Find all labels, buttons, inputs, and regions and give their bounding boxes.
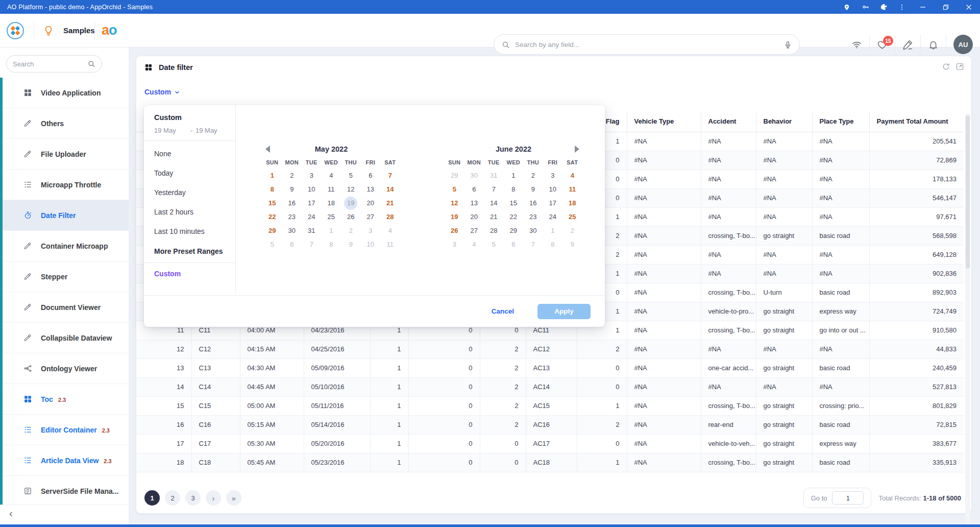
- sidebar-collapse-button[interactable]: ‹: [0, 505, 129, 522]
- calendar-day[interactable]: 8: [322, 237, 341, 251]
- sidebar-item-stepper[interactable]: Stepper: [0, 261, 129, 292]
- calendar-next-icon[interactable]: [575, 146, 579, 153]
- calendar-day[interactable]: 4: [380, 224, 400, 237]
- calendar-day[interactable]: 9: [341, 237, 361, 251]
- sidebar-item-file-uploader[interactable]: File Uploader: [0, 139, 129, 170]
- calendar-day[interactable]: 12: [341, 182, 361, 196]
- window-minimize-button[interactable]: [911, 0, 934, 14]
- calendar-day[interactable]: 11: [562, 182, 582, 196]
- page-button-3[interactable]: 3: [185, 490, 201, 506]
- calendar-day[interactable]: 10: [361, 237, 381, 251]
- calendar-prev-icon[interactable]: [265, 146, 270, 153]
- calendar-day[interactable]: 19: [445, 210, 464, 224]
- sidebar-search-input[interactable]: Search: [6, 55, 102, 73]
- calendar-day[interactable]: 2: [562, 224, 582, 237]
- calendar-day[interactable]: 13: [464, 196, 484, 210]
- next-page-button[interactable]: ›: [206, 490, 221, 506]
- calendar-day[interactable]: 29: [504, 224, 524, 237]
- calendar-day[interactable]: 9: [282, 182, 302, 196]
- calendar-day[interactable]: 1: [543, 224, 563, 237]
- calendar-day[interactable]: 26: [445, 224, 464, 237]
- calendar-day[interactable]: 30: [523, 224, 543, 237]
- calendar-day[interactable]: 30: [282, 224, 302, 237]
- sidebar-item-ontology-viewer[interactable]: Ontology Viewer: [0, 353, 129, 384]
- column-header[interactable]: Place Type: [812, 111, 869, 132]
- sidebar-item-article-data-view[interactable]: Article Data View2.3: [0, 445, 129, 476]
- calendar-day[interactable]: 21: [380, 196, 400, 210]
- expand-icon[interactable]: [955, 62, 964, 71]
- calendar-day[interactable]: 6: [282, 237, 302, 251]
- calendar-day[interactable]: 13: [361, 182, 381, 196]
- sidebar-item-editor-container[interactable]: Editor Container2.3: [0, 415, 129, 445]
- calendar-day[interactable]: 7: [302, 237, 322, 251]
- sidebar-item-container-microapp[interactable]: Container Microapp: [0, 231, 129, 261]
- calendar-day[interactable]: 25: [322, 210, 341, 224]
- calendar-day[interactable]: 23: [282, 210, 302, 224]
- calendar-day[interactable]: 7: [523, 237, 543, 251]
- last-page-button[interactable]: »: [226, 490, 241, 506]
- calendar-day[interactable]: 4: [562, 169, 582, 182]
- column-header[interactable]: Vehicle Type: [627, 111, 701, 132]
- calendar-day[interactable]: 14: [380, 182, 400, 196]
- preset-yesterday[interactable]: Yesterday: [144, 183, 235, 202]
- calendar-day[interactable]: 25: [562, 210, 582, 224]
- calendar-day[interactable]: 31: [484, 169, 504, 182]
- calendar-day[interactable]: 22: [504, 210, 524, 224]
- extensions-puzzle-icon[interactable]: [874, 0, 893, 14]
- calendar-day[interactable]: 9: [562, 237, 582, 251]
- calendar-day[interactable]: 27: [361, 210, 381, 224]
- calendar-day[interactable]: 8: [543, 237, 563, 251]
- calendar-day[interactable]: 2: [341, 224, 361, 237]
- calendar-day[interactable]: 14: [484, 196, 504, 210]
- calendar-day[interactable]: 30: [464, 169, 484, 182]
- table-scrollbar[interactable]: [965, 113, 970, 527]
- calendar-day[interactable]: 6: [464, 182, 484, 196]
- calendar-day[interactable]: 22: [262, 210, 282, 224]
- calendar-day[interactable]: 19: [341, 196, 361, 210]
- calendar-day[interactable]: 3: [445, 237, 464, 251]
- calendar-day[interactable]: 3: [543, 169, 563, 182]
- calendar-day[interactable]: 20: [464, 210, 484, 224]
- sidebar-item-date-filter[interactable]: Date Filter: [0, 200, 129, 231]
- calendar-day[interactable]: 15: [262, 196, 282, 210]
- calendar-day[interactable]: 29: [262, 224, 282, 237]
- refresh-icon[interactable]: [942, 62, 950, 71]
- microphone-icon[interactable]: [783, 40, 792, 49]
- calendar-day[interactable]: 5: [341, 169, 361, 182]
- global-search-input[interactable]: Search by any field...: [494, 34, 800, 55]
- page-button-2[interactable]: 2: [165, 490, 180, 506]
- calendar-day[interactable]: 18: [562, 196, 582, 210]
- key-icon[interactable]: [856, 0, 874, 14]
- apply-button[interactable]: Apply: [537, 304, 591, 319]
- notifications-bell-icon[interactable]: [928, 39, 939, 50]
- date-filter-dropdown[interactable]: Custom: [144, 88, 180, 96]
- calendar-day[interactable]: 6: [361, 169, 381, 182]
- calendar-day[interactable]: 17: [302, 196, 322, 210]
- calendar-day[interactable]: 7: [380, 169, 400, 182]
- wifi-icon[interactable]: [851, 39, 862, 50]
- calendar-day[interactable]: 3: [361, 224, 381, 237]
- calendar-day[interactable]: 1: [322, 224, 341, 237]
- calendar-day[interactable]: 5: [262, 237, 282, 251]
- calendar-day[interactable]: 6: [504, 237, 524, 251]
- preset-last-10-minutes[interactable]: Last 10 minutes: [144, 222, 235, 241]
- calendar-day[interactable]: 10: [302, 182, 322, 196]
- calendar-day[interactable]: 9: [523, 182, 543, 196]
- column-header[interactable]: Payment Total Amount: [869, 111, 964, 132]
- calendar-day[interactable]: 16: [523, 196, 543, 210]
- user-avatar[interactable]: AU: [953, 35, 973, 54]
- calendar-day[interactable]: 7: [484, 182, 504, 196]
- calendar-day[interactable]: 10: [543, 182, 563, 196]
- sidebar-item-collapsible-dataview[interactable]: Collapsible Dataview: [0, 323, 129, 353]
- calendar-day[interactable]: 28: [380, 210, 400, 224]
- calendar-day[interactable]: 5: [484, 237, 504, 251]
- calendar-day[interactable]: 11: [322, 182, 341, 196]
- preset-custom[interactable]: Custom: [144, 263, 235, 284]
- calendar-day[interactable]: 15: [504, 196, 524, 210]
- calendar-day[interactable]: 20: [361, 196, 381, 210]
- signature-pen-icon[interactable]: [902, 39, 913, 50]
- calendar-day[interactable]: 28: [484, 224, 504, 237]
- calendar-day[interactable]: 12: [445, 196, 464, 210]
- sidebar-item-serverside-file-mana[interactable]: ServerSide File Mana...: [0, 476, 129, 507]
- preset-none[interactable]: None: [144, 144, 235, 163]
